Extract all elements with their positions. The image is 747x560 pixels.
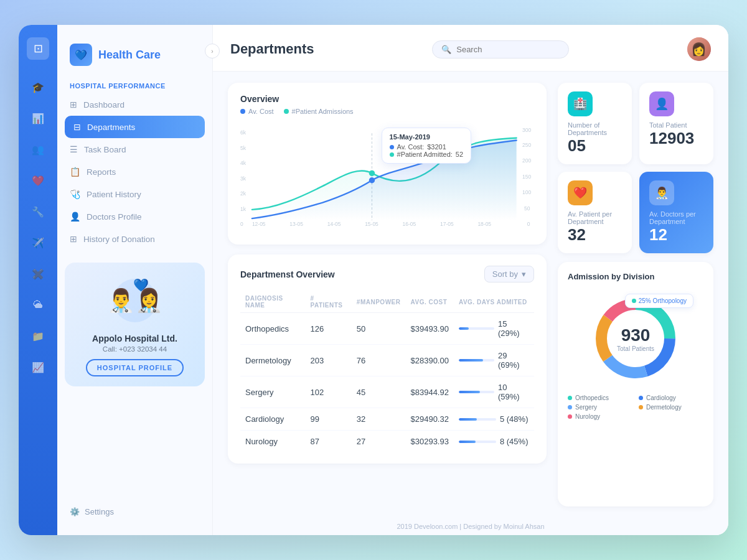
settings-item[interactable]: ⚙️ Settings [57, 501, 212, 523]
progress-bar [459, 418, 496, 421]
donut-tooltip-dot [632, 299, 636, 303]
nav-icon-6[interactable]: ✈️ [28, 233, 48, 253]
col-diagnosis: Daignosis Name [240, 291, 306, 313]
content-grid: Overview Av. Cost #Patient Admissions [213, 72, 728, 518]
cell-manpower: 32 [352, 408, 406, 431]
doctors-profile-icon: 👤 [70, 212, 80, 222]
legend-label-cardiology: Cardiology [646, 394, 676, 401]
col-avg-cost: Avg. Cost [405, 291, 453, 313]
sidebar-item-patient-history[interactable]: 🩺 Patient History [57, 183, 212, 205]
chart-legend: Av. Cost #Patient Admissions [240, 108, 534, 115]
sidebar-item-dashboard[interactable]: ⊞ Dashboard [57, 93, 212, 116]
cell-days: 10 (59%) [454, 376, 534, 408]
days-value: 5 (48%) [500, 414, 529, 424]
cell-avg-cost: $28390.00 [405, 345, 453, 376]
nav-icon-5[interactable]: 🔧 [28, 202, 48, 222]
svg-text:50: 50 [524, 205, 530, 212]
history-donation-icon: ⊞ [70, 234, 77, 244]
departments-table-card: Departmenst Overview Sort by ▾ Daignosis… [228, 254, 547, 464]
legend-nurology: Nurology [568, 413, 632, 420]
days-value: 10 (59%) [498, 383, 529, 401]
svg-text:6k: 6k [240, 129, 247, 136]
cell-patients: 126 [306, 313, 352, 345]
stat-av-patient: ❤️ Av. Patient perDepartment 32 [558, 172, 632, 253]
progress-fill [459, 391, 480, 393]
av-cost-label: Av. Cost [248, 108, 274, 115]
cell-manpower: 76 [352, 345, 406, 376]
sort-control[interactable]: Sort by ▾ [484, 266, 534, 282]
departments-label: Departments [87, 123, 135, 132]
svg-text:3k: 3k [240, 175, 247, 182]
cell-avg-cost: $30293.93 [405, 431, 453, 453]
cell-avg-cost: $29490.32 [405, 408, 453, 431]
days-value: 8 (45%) [500, 437, 529, 446]
sidebar-item-doctors-profile[interactable]: 👤 Doctors Profile [57, 205, 212, 228]
svg-text:2k: 2k [240, 190, 247, 197]
legend-dot-orthopedics [568, 396, 572, 400]
legend-sergery: Sergery [568, 404, 632, 411]
tooltip-patient-dot [390, 152, 394, 157]
sidebar-item-departments[interactable]: ⊟ Departments [65, 116, 205, 138]
hospital-profile-button[interactable]: HOSPITAL PROFILE [86, 359, 184, 376]
chart-tooltip: 15-May-2019 Av. Cost: $3201 #Patient Adm… [382, 128, 472, 164]
content-left: Overview Av. Cost #Patient Admissions [228, 83, 547, 506]
cell-days: 15 (29%) [454, 313, 534, 345]
col-manpower: #Manpower [352, 291, 406, 313]
app-logo[interactable]: ⊡ [27, 37, 49, 60]
cell-manpower: 27 [352, 431, 406, 453]
nav-icon-1[interactable]: 🎓 [28, 77, 48, 97]
legend-label-sergery: Sergery [575, 404, 597, 411]
nav-icon-4[interactable]: ❤️ [28, 170, 48, 190]
cell-name: Nurology [240, 431, 306, 453]
stat-av-patient-value: 32 [568, 225, 622, 245]
legend-patient-admissions: #Patient Admissions [284, 108, 354, 115]
sidebar-item-taskboard[interactable]: ☰ Task Board [57, 138, 212, 161]
sidebar-item-history-donation[interactable]: ⊞ History of Donation [57, 228, 212, 250]
donut-legend: Orthopedics Cardiology Sergery Derm [568, 394, 703, 420]
svg-text:14-05: 14-05 [327, 221, 341, 227]
progress-bar [459, 327, 494, 330]
content-right: 🏥 Number ofDepartments 05 👤 Total Patien… [558, 83, 713, 506]
hospital-name: Appolo Hospital Ltd. [75, 334, 195, 343]
nav-icon-8[interactable]: 🌥 [28, 295, 48, 315]
page-title: Departments [230, 41, 314, 57]
icon-sidebar: ⊡ 🎓 📊 👥 ❤️ 🔧 ✈️ ✖️ 🌥 📁 📈 [19, 25, 57, 535]
avatar-image: 👩 [687, 37, 711, 61]
svg-text:100: 100 [522, 189, 531, 195]
stat-icon-departments: 🏥 [568, 91, 593, 116]
footer: 2019 Develoon.com | Designed by Moinul A… [213, 518, 728, 535]
cell-manpower: 50 [352, 313, 406, 345]
sidebar-collapse-button[interactable]: › [205, 44, 220, 58]
stat-icon-av-doctors: 👨‍⚕️ [649, 180, 674, 205]
hospital-phone: Call: +023 32034 44 [75, 345, 195, 353]
nav-icon-10[interactable]: 📈 [28, 357, 48, 377]
nav-icon-9[interactable]: 📁 [28, 326, 48, 346]
nav-icon-7[interactable]: ✖️ [28, 264, 48, 284]
tooltip-patient-value: 52 [456, 151, 463, 158]
donut-sublabel: Total Patients [617, 345, 654, 352]
svg-text:1k: 1k [240, 206, 247, 212]
cell-avg-cost: $39493.90 [405, 313, 453, 345]
chart-area: 15-May-2019 Av. Cost: $3201 #Patient Adm… [240, 121, 534, 233]
overview-chart-card: Overview Av. Cost #Patient Admissions [228, 83, 547, 245]
settings-label: Settings [85, 507, 114, 516]
departments-icon: ⊟ [73, 122, 81, 132]
stat-av-doctors-sublabel: Av. Doctors perDepartment [649, 210, 703, 225]
days-value: 29 (69%) [498, 351, 529, 370]
patient-history-label: Patient History [87, 190, 141, 199]
svg-text:13-05: 13-05 [289, 221, 303, 227]
nav-icon-2[interactable]: 📊 [28, 108, 48, 128]
donut-title: Admission by Division [568, 272, 703, 281]
svg-text:0: 0 [527, 221, 530, 227]
nav-icon-3[interactable]: 👥 [28, 139, 48, 159]
departments-table: Daignosis Name # Patients #Manpower Avg.… [240, 291, 534, 452]
table-row: Sergery 102 45 $83944.92 10 (59%) [240, 376, 534, 408]
sidebar-item-reports[interactable]: 📋 Reports [57, 161, 212, 183]
search-input[interactable] [456, 45, 543, 54]
search-bar[interactable]: 🔍 [432, 40, 569, 58]
cell-name: Cardiology [240, 408, 306, 431]
patient-admissions-dot [284, 109, 289, 114]
sidebar-title: Health Care [98, 49, 161, 62]
donut-total: 930 [617, 325, 654, 345]
stat-icon-patient: 👤 [649, 91, 674, 116]
